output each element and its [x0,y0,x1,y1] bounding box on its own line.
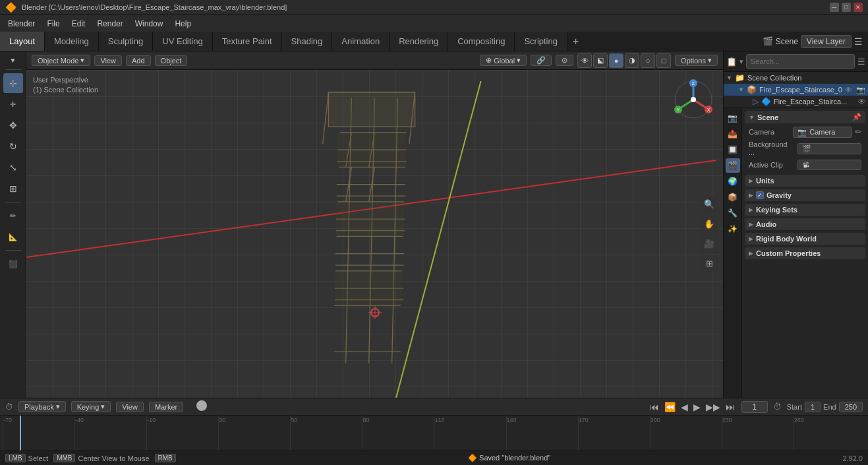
tab-add-button[interactable]: + [567,32,584,51]
solid-mode[interactable]: ● [609,53,623,68]
ortho-btn[interactable]: ⊞ [701,255,718,272]
add-menu[interactable]: Add [126,55,151,66]
play-btn[interactable]: ▶ [692,402,702,412]
keying-menu[interactable]: Keying ▾ [71,401,111,412]
modifier-props-btn[interactable]: 🔧 [726,206,740,220]
scene-props-btn[interactable]: 🎬 [726,158,740,173]
transform-tool[interactable]: ⊞ [3,179,23,199]
camera-view-btn[interactable]: 🔍 [701,196,718,213]
proportional-edit[interactable]: ⊙ [556,55,573,66]
units-header[interactable]: ▶ Units [745,175,865,187]
viewport-gizmo[interactable]: Z X Y [670,77,716,123]
move-tool[interactable]: ✥ [3,115,23,135]
tab-sculpting[interactable]: Sculpting [99,32,153,51]
outliner: ▼ 📁 Scene Collection ▼ 📦 Fire_Escape_Sta… [724,72,868,108]
outliner-mesh-item[interactable]: ▷ 🔷 Fire_Escape_Stairca... 👁 [724,96,868,108]
render-visibility-icon[interactable]: 📷 [856,86,865,94]
measure-tool[interactable]: 📐 [3,227,23,247]
start-frame[interactable]: 1 [805,402,821,412]
keying-sets-header[interactable]: ▶ Keying Sets [745,204,865,216]
outliner-filter-icon[interactable]: ☰ [857,57,865,67]
record-button[interactable] [196,400,207,411]
render-props-btn[interactable]: 📷 [726,111,740,125]
menu-window[interactable]: Window [130,18,169,30]
view-layer-selector[interactable]: View Layer [801,35,852,48]
tab-layout[interactable]: Layout [0,32,45,51]
menu-file[interactable]: File [42,18,65,30]
active-clip-value[interactable]: 📽 [797,160,861,170]
gravity-checkbox[interactable]: ✓ [756,191,764,199]
tab-modeling[interactable]: Modeling [45,32,99,51]
prev-frame-btn[interactable]: ◀ [680,402,689,412]
custom-props-arrow: ▶ [749,250,753,257]
pin-icon[interactable]: 📌 [852,113,861,121]
visibility-icon[interactable]: 👁 [845,86,852,94]
menu-blender[interactable]: Blender [3,18,40,30]
object-props-btn[interactable]: 📦 [726,190,740,204]
camera-edit-icon[interactable]: ✏ [855,127,861,137]
outliner-search[interactable] [746,54,855,69]
background-value[interactable]: 🎬 [797,143,861,154]
add-cube-tool[interactable]: ⬛ [3,254,23,274]
transform-orientation[interactable]: ⊕ Global ▾ [480,55,527,66]
tab-compositing[interactable]: Compositing [448,32,515,51]
select-tool[interactable]: ⊹ [3,73,23,93]
menu-help[interactable]: Help [169,18,196,30]
output-props-btn[interactable]: 📤 [726,127,740,141]
view-menu[interactable]: View [94,55,122,66]
object-menu[interactable]: Object [155,55,188,66]
rotate-tool[interactable]: ↻ [3,137,23,156]
jump-to-end-btn[interactable]: ⏭ [724,402,736,412]
scale-tool[interactable]: ⤡ [3,158,23,177]
end-frame[interactable]: 250 [839,402,863,412]
view-layer-props-btn[interactable]: 🔲 [726,142,740,157]
camera-btn[interactable]: 🎥 [701,235,718,253]
window-controls[interactable]: ─ □ ✕ [830,3,863,12]
playback-menu[interactable]: Playback ▾ [18,401,66,412]
scene-header[interactable]: ▼ Scene 📌 [745,111,865,123]
menu-render[interactable]: Render [92,18,128,30]
options-btn[interactable]: Options ▾ [675,55,718,66]
tab-scripting[interactable]: Scripting [515,32,567,51]
menu-edit[interactable]: Edit [67,18,91,30]
annotate-tool[interactable]: ✏ [3,206,23,226]
filter-icon[interactable]: ☰ [854,36,863,47]
next-frame-btn[interactable]: ▶▶ [705,402,722,412]
snap-toggle[interactable]: 🔗 [531,55,552,66]
outliner-fire-escape-collection[interactable]: ▼ 📦 Fire_Escape_Staircase_0 👁 📷 [724,84,868,96]
3d-viewport[interactable]: User Perspective (1) Scene Collection Z … [26,70,723,398]
tab-shading[interactable]: Shading [282,32,333,51]
current-frame-display[interactable]: 1 [741,401,768,413]
wire-mode[interactable]: □ [656,53,671,68]
maximize-button[interactable]: □ [842,3,851,12]
material-mode[interactable]: ◑ [625,53,639,68]
tab-texture-paint[interactable]: Texture Paint [213,32,282,51]
minimize-button[interactable]: ─ [830,3,839,12]
rigid-body-header[interactable]: ▶ Rigid Body World [745,233,865,245]
timeline-track[interactable]: -70 -40 -10 20 50 80 110 140 170 200 230… [0,416,868,450]
close-button[interactable]: ✕ [854,3,863,12]
marker-menu[interactable]: Marker [149,402,183,412]
pan-btn[interactable]: ✋ [701,216,718,233]
camera-value[interactable]: 📷 Camera [793,127,852,138]
audio-header[interactable]: ▶ Audio [745,218,865,230]
custom-props-header[interactable]: ▶ Custom Properties [745,247,865,259]
jump-to-start-btn[interactable]: ⏮ [649,402,660,412]
ruler-mark: 140 [506,416,578,450]
view-menu-tl[interactable]: View [116,402,144,412]
overlay-btn[interactable]: 👁 [577,53,592,68]
cursor-tool[interactable]: ✛ [3,94,23,114]
particles-props-btn[interactable]: ✨ [726,222,740,236]
tab-uv-editing[interactable]: UV Editing [153,32,212,51]
gravity-header[interactable]: ▶ ✓ Gravity [745,189,865,201]
outliner-scene-collection[interactable]: ▼ 📁 Scene Collection [724,72,868,84]
mode-selector[interactable]: ▼ [3,54,23,66]
world-props-btn[interactable]: 🌍 [726,174,740,189]
tab-rendering[interactable]: Rendering [390,32,448,51]
mesh-visibility-icon[interactable]: 👁 [858,98,865,106]
prev-keyframe-btn[interactable]: ⏪ [663,402,677,412]
tab-animation[interactable]: Animation [332,32,390,51]
render-mode[interactable]: ○ [641,53,655,68]
xray-btn[interactable]: ⬕ [593,53,608,68]
object-mode-selector[interactable]: Object Mode ▾ [32,55,90,66]
